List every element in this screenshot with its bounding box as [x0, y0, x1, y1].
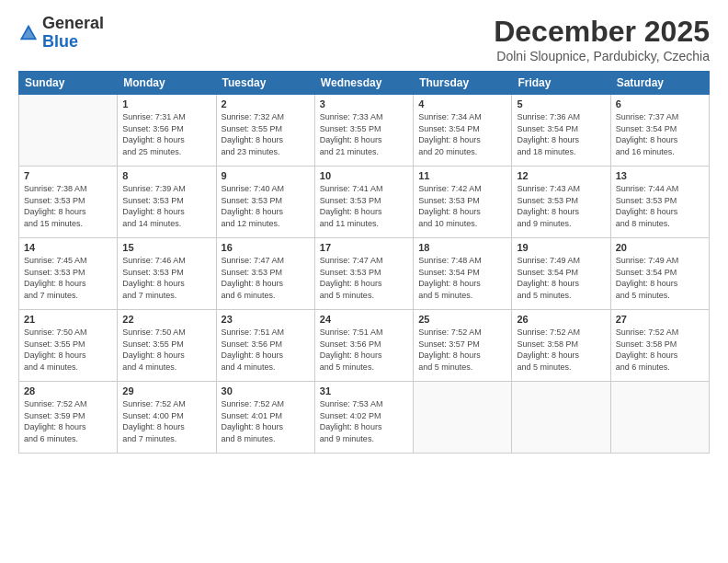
- table-row: 15Sunrise: 7:46 AMSunset: 3:53 PMDayligh…: [118, 238, 216, 310]
- day-info: Sunrise: 7:38 AMSunset: 3:53 PMDaylight:…: [24, 183, 112, 229]
- table-row: 23Sunrise: 7:51 AMSunset: 3:56 PMDayligh…: [216, 310, 314, 382]
- header-row: Sunday Monday Tuesday Wednesday Thursday…: [19, 72, 710, 95]
- location: Dolni Sloupnice, Pardubicky, Czechia: [494, 49, 710, 63]
- day-info: Sunrise: 7:52 AMSunset: 3:59 PMDaylight:…: [24, 398, 112, 444]
- day-info: Sunrise: 7:45 AMSunset: 3:53 PMDaylight:…: [24, 255, 112, 301]
- day-info: Sunrise: 7:52 AMSunset: 4:00 PMDaylight:…: [122, 398, 210, 444]
- day-info: Sunrise: 7:52 AMSunset: 4:01 PMDaylight:…: [222, 398, 310, 444]
- day-number: 13: [616, 170, 704, 181]
- day-info: Sunrise: 7:47 AMSunset: 3:53 PMDaylight:…: [320, 255, 408, 301]
- day-number: 4: [418, 98, 506, 109]
- week-row-2: 14Sunrise: 7:45 AMSunset: 3:53 PMDayligh…: [19, 238, 710, 310]
- day-number: 25: [418, 314, 506, 325]
- week-row-3: 21Sunrise: 7:50 AMSunset: 3:55 PMDayligh…: [19, 310, 710, 382]
- table-row: 12Sunrise: 7:43 AMSunset: 3:53 PMDayligh…: [512, 167, 610, 238]
- day-number: 12: [517, 170, 605, 181]
- table-row: 6Sunrise: 7:37 AMSunset: 3:54 PMDaylight…: [610, 95, 709, 167]
- day-number: 1: [122, 98, 210, 109]
- table-row: [512, 382, 610, 454]
- table-row: 20Sunrise: 7:49 AMSunset: 3:54 PMDayligh…: [610, 238, 709, 310]
- day-number: 21: [24, 314, 112, 325]
- table-row: 5Sunrise: 7:36 AMSunset: 3:54 PMDaylight…: [512, 95, 610, 167]
- day-number: 6: [616, 98, 704, 109]
- logo: General Blue: [18, 15, 104, 52]
- table-row: 11Sunrise: 7:42 AMSunset: 3:53 PMDayligh…: [414, 167, 512, 238]
- day-info: Sunrise: 7:50 AMSunset: 3:55 PMDaylight:…: [24, 327, 112, 373]
- header: General Blue December 2025 Dolni Sloupni…: [18, 15, 710, 63]
- calendar-table: Sunday Monday Tuesday Wednesday Thursday…: [18, 71, 710, 454]
- day-info: Sunrise: 7:50 AMSunset: 3:55 PMDaylight:…: [122, 327, 210, 373]
- table-row: 7Sunrise: 7:38 AMSunset: 3:53 PMDaylight…: [19, 167, 118, 238]
- month-title: December 2025: [494, 15, 710, 49]
- day-number: 26: [517, 314, 605, 325]
- day-number: 19: [517, 242, 605, 253]
- day-number: 28: [24, 385, 112, 396]
- day-number: 15: [122, 242, 210, 253]
- day-info: Sunrise: 7:51 AMSunset: 3:56 PMDaylight:…: [222, 327, 310, 373]
- day-number: 22: [122, 314, 210, 325]
- day-info: Sunrise: 7:53 AMSunset: 4:02 PMDaylight:…: [320, 398, 408, 444]
- table-row: 25Sunrise: 7:52 AMSunset: 3:57 PMDayligh…: [414, 310, 512, 382]
- day-info: Sunrise: 7:49 AMSunset: 3:54 PMDaylight:…: [616, 255, 704, 301]
- col-thursday: Thursday: [414, 72, 512, 95]
- day-info: Sunrise: 7:32 AMSunset: 3:55 PMDaylight:…: [222, 111, 310, 157]
- day-number: 9: [222, 170, 310, 181]
- table-row: 2Sunrise: 7:32 AMSunset: 3:55 PMDaylight…: [216, 95, 314, 167]
- table-row: [19, 95, 118, 167]
- day-info: Sunrise: 7:47 AMSunset: 3:53 PMDaylight:…: [222, 255, 310, 301]
- logo-icon: [18, 23, 39, 43]
- title-section: December 2025 Dolni Sloupnice, Pardubick…: [494, 15, 710, 63]
- logo-general: General: [42, 15, 104, 33]
- logo-text: General Blue: [42, 15, 104, 52]
- day-info: Sunrise: 7:36 AMSunset: 3:54 PMDaylight:…: [517, 111, 605, 157]
- table-row: 24Sunrise: 7:51 AMSunset: 3:56 PMDayligh…: [314, 310, 413, 382]
- table-row: 10Sunrise: 7:41 AMSunset: 3:53 PMDayligh…: [314, 167, 413, 238]
- day-number: 27: [616, 314, 704, 325]
- day-number: 18: [418, 242, 506, 253]
- day-number: 11: [418, 170, 506, 181]
- col-wednesday: Wednesday: [314, 72, 413, 95]
- table-row: 26Sunrise: 7:52 AMSunset: 3:58 PMDayligh…: [512, 310, 610, 382]
- day-info: Sunrise: 7:52 AMSunset: 3:58 PMDaylight:…: [517, 327, 605, 373]
- table-row: 27Sunrise: 7:52 AMSunset: 3:58 PMDayligh…: [610, 310, 709, 382]
- day-number: 14: [24, 242, 112, 253]
- day-info: Sunrise: 7:44 AMSunset: 3:53 PMDaylight:…: [616, 183, 704, 229]
- week-row-1: 7Sunrise: 7:38 AMSunset: 3:53 PMDaylight…: [19, 167, 710, 238]
- day-info: Sunrise: 7:51 AMSunset: 3:56 PMDaylight:…: [320, 327, 408, 373]
- table-row: 28Sunrise: 7:52 AMSunset: 3:59 PMDayligh…: [19, 382, 118, 454]
- day-number: 20: [616, 242, 704, 253]
- col-saturday: Saturday: [610, 72, 709, 95]
- day-info: Sunrise: 7:52 AMSunset: 3:58 PMDaylight:…: [616, 327, 704, 373]
- col-monday: Monday: [118, 72, 216, 95]
- day-number: 3: [320, 98, 408, 109]
- day-info: Sunrise: 7:33 AMSunset: 3:55 PMDaylight:…: [320, 111, 408, 157]
- week-row-4: 28Sunrise: 7:52 AMSunset: 3:59 PMDayligh…: [19, 382, 710, 454]
- table-row: 1Sunrise: 7:31 AMSunset: 3:56 PMDaylight…: [118, 95, 216, 167]
- day-number: 31: [320, 385, 408, 396]
- table-row: 14Sunrise: 7:45 AMSunset: 3:53 PMDayligh…: [19, 238, 118, 310]
- day-info: Sunrise: 7:48 AMSunset: 3:54 PMDaylight:…: [418, 255, 506, 301]
- day-number: 30: [222, 385, 310, 396]
- table-row: 31Sunrise: 7:53 AMSunset: 4:02 PMDayligh…: [314, 382, 413, 454]
- day-info: Sunrise: 7:34 AMSunset: 3:54 PMDaylight:…: [418, 111, 506, 157]
- logo-blue: Blue: [42, 33, 104, 52]
- day-number: 7: [24, 170, 112, 181]
- day-number: 8: [122, 170, 210, 181]
- table-row: 4Sunrise: 7:34 AMSunset: 3:54 PMDaylight…: [414, 95, 512, 167]
- table-row: 17Sunrise: 7:47 AMSunset: 3:53 PMDayligh…: [314, 238, 413, 310]
- day-info: Sunrise: 7:40 AMSunset: 3:53 PMDaylight:…: [222, 183, 310, 229]
- table-row: 3Sunrise: 7:33 AMSunset: 3:55 PMDaylight…: [314, 95, 413, 167]
- table-row: 21Sunrise: 7:50 AMSunset: 3:55 PMDayligh…: [19, 310, 118, 382]
- page: General Blue December 2025 Dolni Sloupni…: [0, 0, 728, 563]
- day-number: 16: [222, 242, 310, 253]
- day-info: Sunrise: 7:37 AMSunset: 3:54 PMDaylight:…: [616, 111, 704, 157]
- col-friday: Friday: [512, 72, 610, 95]
- table-row: 19Sunrise: 7:49 AMSunset: 3:54 PMDayligh…: [512, 238, 610, 310]
- table-row: 16Sunrise: 7:47 AMSunset: 3:53 PMDayligh…: [216, 238, 314, 310]
- day-info: Sunrise: 7:52 AMSunset: 3:57 PMDaylight:…: [418, 327, 506, 373]
- day-info: Sunrise: 7:42 AMSunset: 3:53 PMDaylight:…: [418, 183, 506, 229]
- table-row: [610, 382, 709, 454]
- table-row: 13Sunrise: 7:44 AMSunset: 3:53 PMDayligh…: [610, 167, 709, 238]
- day-number: 29: [122, 385, 210, 396]
- table-row: [414, 382, 512, 454]
